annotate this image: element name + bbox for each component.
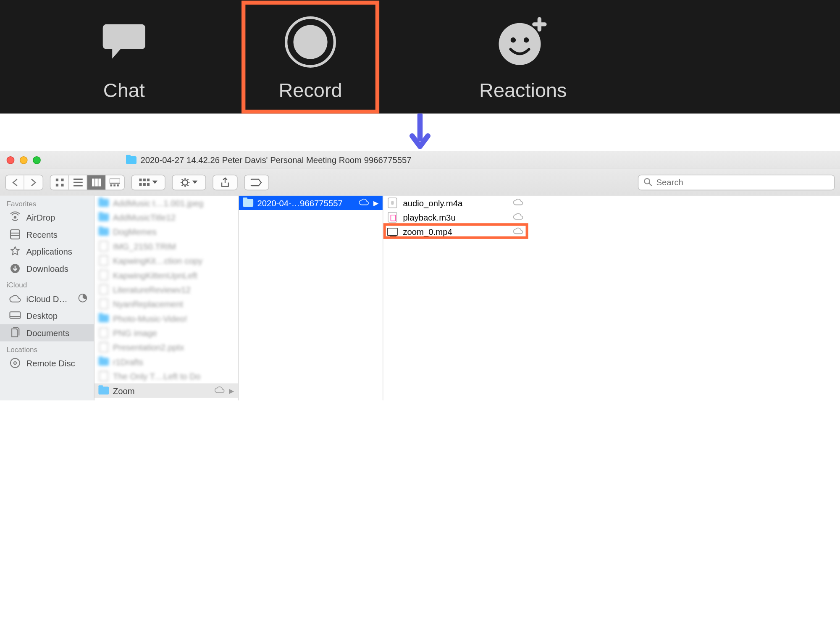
- blurred-row[interactable]: AddMusic t…1.001.jpeg: [94, 196, 238, 210]
- sidebar-item-applications[interactable]: Applications: [0, 243, 94, 260]
- blurred-row[interactable]: r1Drafts: [94, 355, 238, 369]
- zoom-folder-row[interactable]: Zoom ▶: [94, 384, 238, 398]
- blurred-row[interactable]: PNG image: [94, 326, 238, 340]
- cloud-status-icon: [513, 212, 524, 222]
- sidebar-item-label: Remote Disc: [26, 358, 75, 368]
- file-row-video[interactable]: zoom_0.mp4: [383, 224, 530, 239]
- column-view-button[interactable]: [87, 175, 106, 189]
- sidebar-item-label: Downloads: [26, 263, 69, 273]
- svg-rect-17: [143, 178, 146, 181]
- file-label: playback.m3u: [403, 212, 508, 222]
- chat-label: Chat: [103, 79, 145, 101]
- search-field[interactable]: [638, 174, 835, 190]
- reactions-icon: [494, 12, 553, 71]
- sidebar-item-remote-disc[interactable]: Remote Disc: [0, 355, 94, 372]
- row-label: 2020-04-…966775557: [257, 198, 355, 208]
- cloud-status-icon: [359, 198, 370, 208]
- svg-rect-28: [10, 312, 20, 318]
- svg-rect-6: [61, 178, 63, 181]
- airdrop-icon: [9, 211, 21, 223]
- svg-point-24: [14, 216, 16, 218]
- sidebar-item-label: Desktop: [26, 311, 58, 321]
- blurred-row[interactable]: DogMemes: [94, 224, 238, 239]
- svg-rect-18: [147, 178, 150, 181]
- sidebar-item-label: AirDrop: [26, 212, 55, 222]
- sidebar-item-label: Recents: [26, 229, 58, 239]
- finder-toolbar: [0, 169, 840, 196]
- file-label: audio_only.m4a: [403, 198, 508, 208]
- search-input[interactable]: [656, 177, 829, 187]
- file-label: zoom_0.mp4: [403, 227, 508, 237]
- group-by-button[interactable]: [131, 174, 165, 190]
- file-row-playlist[interactable]: playback.m3u: [383, 210, 530, 224]
- svg-rect-9: [92, 178, 94, 186]
- svg-point-2: [499, 23, 541, 65]
- blurred-row[interactable]: IMG_2150.TRIM: [94, 239, 238, 253]
- back-button[interactable]: [6, 175, 24, 189]
- row-label: Zoom: [113, 386, 211, 395]
- finder-sidebar: Favorites AirDrop Recents Applications: [0, 196, 94, 401]
- column-3: audio_only.m4a playback.m3u zoom_0.mp4: [383, 196, 530, 401]
- finder-titlebar: 2020-04-27 14.42.26 Peter Davis' Persona…: [0, 151, 840, 169]
- blurred-row[interactable]: KapwingKittenUpnLeft: [94, 268, 238, 282]
- share-button[interactable]: [213, 174, 237, 190]
- close-button[interactable]: [7, 156, 15, 164]
- recording-folder-row[interactable]: 2020-04-…966775557 ▶: [239, 196, 383, 210]
- svg-rect-15: [117, 184, 119, 186]
- video-file-icon: [387, 227, 398, 237]
- blurred-row[interactable]: LiteratureReviewv12: [94, 282, 238, 297]
- blurred-row[interactable]: NyanReplacement: [94, 297, 238, 311]
- tags-button[interactable]: [244, 174, 269, 190]
- file-row-audio[interactable]: audio_only.m4a: [383, 196, 530, 210]
- cloud-status-icon: [513, 227, 524, 237]
- gallery-view-button[interactable]: [106, 175, 124, 189]
- sidebar-item-documents[interactable]: Documents: [0, 324, 94, 342]
- sidebar-item-airdrop[interactable]: AirDrop: [0, 209, 94, 226]
- svg-rect-14: [113, 184, 116, 186]
- search-icon: [644, 178, 652, 186]
- blurred-row[interactable]: AddMusicTitle12: [94, 210, 238, 224]
- chat-icon: [94, 12, 154, 71]
- finder-body: Favorites AirDrop Recents Applications: [0, 196, 840, 401]
- sidebar-item-desktop[interactable]: Desktop: [0, 307, 94, 324]
- record-button[interactable]: Record: [242, 0, 379, 113]
- forward-button[interactable]: [24, 175, 43, 189]
- favorites-header: Favorites: [0, 196, 94, 209]
- cloud-icon: [9, 293, 21, 305]
- action-menu-button[interactable]: [172, 174, 206, 190]
- zoom-button[interactable]: [33, 156, 41, 164]
- disc-icon: [9, 357, 21, 369]
- svg-point-30: [14, 362, 16, 364]
- blurred-row[interactable]: Presentation2.pptx: [94, 340, 238, 354]
- minimize-button[interactable]: [20, 156, 28, 164]
- reactions-button[interactable]: Reactions: [438, 0, 608, 113]
- chevron-right-icon: ▶: [229, 387, 234, 394]
- svg-point-1: [293, 25, 327, 59]
- blurred-row[interactable]: The Only T…Left to Do: [94, 369, 238, 383]
- blurred-row[interactable]: KapwingKit…ction copy: [94, 253, 238, 268]
- svg-rect-25: [10, 230, 20, 239]
- recents-icon: [9, 229, 21, 240]
- sidebar-item-label: Documents: [26, 328, 70, 337]
- window-title: 2020-04-27 14.42.26 Peter Davis' Persona…: [140, 155, 411, 165]
- record-label: Record: [279, 79, 342, 101]
- svg-point-23: [644, 179, 650, 184]
- column-1: AddMusic t…1.001.jpeg AddMusicTitle12 Do…: [94, 196, 239, 401]
- icon-view-button[interactable]: [50, 175, 69, 189]
- list-view-button[interactable]: [69, 175, 87, 189]
- svg-rect-13: [110, 184, 113, 186]
- nav-buttons: [5, 174, 44, 190]
- locations-header: Locations: [0, 342, 94, 355]
- svg-rect-5: [55, 178, 58, 181]
- svg-point-22: [182, 179, 188, 185]
- applications-icon: [9, 245, 21, 257]
- desktop-icon: [9, 310, 21, 322]
- sidebar-item-downloads[interactable]: Downloads: [0, 260, 94, 277]
- downloads-icon: [9, 263, 21, 274]
- blurred-row[interactable]: Photo-Music-Video!: [94, 311, 238, 326]
- chat-button[interactable]: Chat: [39, 0, 209, 113]
- sidebar-item-icloud-drive[interactable]: iCloud D…: [0, 290, 94, 308]
- icloud-header: iCloud: [0, 277, 94, 290]
- sidebar-item-recents[interactable]: Recents: [0, 226, 94, 243]
- svg-rect-12: [110, 178, 120, 183]
